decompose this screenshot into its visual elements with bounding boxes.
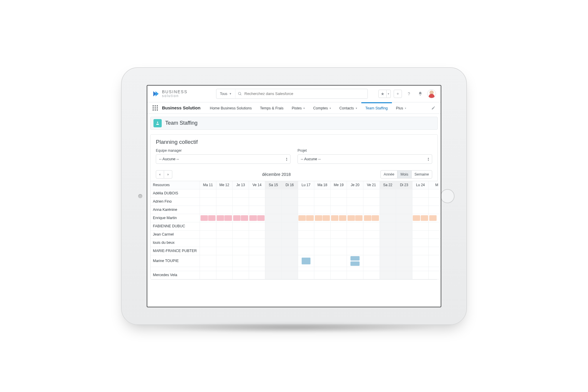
assignment-block[interactable] — [257, 215, 265, 221]
calendar-cell[interactable] — [396, 271, 412, 279]
calendar-cell[interactable] — [314, 198, 331, 206]
calendar-cell[interactable] — [363, 255, 380, 267]
search-scope[interactable]: Tous ▼ — [216, 89, 235, 99]
calendar-cell[interactable] — [200, 231, 216, 239]
favorites-split-button[interactable]: ★ ▾ — [378, 90, 391, 98]
calendar-cell[interactable] — [412, 239, 429, 247]
calendar-cell[interactable] — [249, 198, 265, 206]
calendar-cell[interactable] — [314, 247, 331, 255]
calendar-cell[interactable] — [298, 239, 315, 247]
calendar-cell[interactable] — [412, 267, 429, 271]
calendar-cell[interactable] — [396, 239, 412, 247]
calendar-cell[interactable] — [298, 206, 315, 214]
assignment-block[interactable] — [429, 215, 437, 221]
calendar-cell[interactable] — [429, 267, 441, 271]
calendar-cell[interactable] — [216, 198, 233, 206]
calendar-cell[interactable] — [347, 198, 363, 206]
calendar-cell[interactable] — [331, 267, 347, 271]
calendar-cell[interactable] — [233, 271, 249, 279]
calendar-cell[interactable] — [314, 214, 331, 222]
calendar-cell[interactable] — [412, 255, 429, 267]
calendar-cell[interactable] — [298, 189, 315, 198]
edit-nav-icon[interactable] — [429, 102, 438, 114]
assignment-block[interactable] — [339, 215, 346, 221]
calendar-cell[interactable] — [331, 231, 347, 239]
calendar-cell[interactable] — [298, 247, 315, 255]
calendar-cell[interactable] — [216, 189, 233, 198]
calendar-cell[interactable] — [265, 231, 282, 239]
calendar-cell[interactable] — [412, 198, 429, 206]
calendar-cell[interactable] — [298, 222, 315, 231]
assignment-block[interactable] — [201, 215, 208, 221]
assignment-block[interactable] — [323, 215, 330, 221]
calendar-cell[interactable] — [347, 255, 363, 267]
calendar-cell[interactable] — [331, 198, 347, 206]
calendar-cell[interactable] — [363, 206, 380, 214]
calendar-cell[interactable] — [429, 271, 441, 279]
calendar-cell[interactable] — [216, 267, 233, 271]
calendar-cell[interactable] — [265, 206, 282, 214]
calendar-cell[interactable] — [233, 214, 249, 222]
calendar-cell[interactable] — [216, 239, 233, 247]
assignment-block[interactable] — [315, 215, 322, 221]
calendar-cell[interactable] — [412, 214, 429, 222]
calendar-cell[interactable] — [380, 214, 396, 222]
calendar-cell[interactable] — [265, 189, 282, 198]
calendar-cell[interactable] — [216, 231, 233, 239]
calendar-cell[interactable] — [249, 231, 265, 239]
calendar-cell[interactable] — [429, 198, 441, 206]
calendar-cell[interactable] — [347, 267, 363, 271]
calendar-cell[interactable] — [282, 231, 298, 239]
calendar-cell[interactable] — [429, 222, 441, 231]
assignment-block[interactable] — [241, 215, 248, 221]
calendar-cell[interactable] — [265, 214, 282, 222]
calendar-cell[interactable] — [331, 189, 347, 198]
calendar-cell[interactable] — [216, 214, 233, 222]
calendar-cell[interactable] — [216, 222, 233, 231]
calendar-cell[interactable] — [396, 231, 412, 239]
assignment-block[interactable] — [372, 215, 379, 221]
calendar-cell[interactable] — [233, 198, 249, 206]
calendar-cell[interactable] — [282, 198, 298, 206]
calendar-cell[interactable] — [200, 206, 216, 214]
calendar-cell[interactable] — [396, 198, 412, 206]
tab-temps-frais[interactable]: Temps & Frais — [256, 102, 288, 114]
calendar-cell[interactable] — [396, 247, 412, 255]
calendar-cell[interactable] — [200, 255, 216, 267]
assignment-block[interactable] — [298, 215, 306, 221]
calendar-cell[interactable] — [265, 222, 282, 231]
calendar-cell[interactable] — [282, 206, 298, 214]
assignment-block[interactable] — [421, 215, 428, 221]
assignment-block[interactable] — [350, 256, 360, 261]
calendar-cell[interactable] — [380, 271, 396, 279]
calendar-cell[interactable] — [347, 189, 363, 198]
calendar-cell[interactable] — [265, 239, 282, 247]
calendar-cell[interactable] — [233, 255, 249, 267]
assignment-block[interactable] — [348, 215, 355, 221]
calendar-cell[interactable] — [331, 247, 347, 255]
calendar-cell[interactable] — [347, 239, 363, 247]
calendar-cell[interactable] — [314, 255, 331, 267]
calendar-cell[interactable] — [363, 271, 380, 279]
calendar-cell[interactable] — [282, 239, 298, 247]
calendar-cell[interactable] — [396, 267, 412, 271]
calendar-cell[interactable] — [363, 198, 380, 206]
calendar-cell[interactable] — [331, 206, 347, 214]
calendar-cell[interactable] — [314, 206, 331, 214]
calendar-cell[interactable] — [282, 222, 298, 231]
calendar-cell[interactable] — [265, 198, 282, 206]
calendar-cell[interactable] — [282, 189, 298, 198]
calendar-cell[interactable] — [298, 267, 315, 271]
calendar-cell[interactable] — [347, 271, 363, 279]
search-input[interactable] — [244, 91, 368, 96]
prev-button[interactable]: ‹ — [156, 170, 164, 179]
calendar-cell[interactable] — [396, 206, 412, 214]
calendar-cell[interactable] — [282, 267, 298, 271]
chevron-down-icon[interactable]: ▾ — [387, 90, 391, 98]
calendar-cell[interactable] — [314, 231, 331, 239]
calendar-cell[interactable] — [363, 239, 380, 247]
calendar-cell[interactable] — [380, 231, 396, 239]
calendar-cell[interactable] — [200, 198, 216, 206]
calendar-cell[interactable] — [249, 239, 265, 247]
calendar-cell[interactable] — [429, 247, 441, 255]
